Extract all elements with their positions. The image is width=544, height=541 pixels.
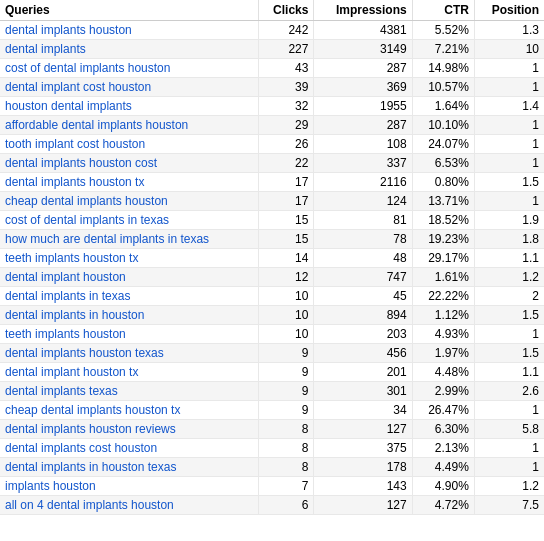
cell-position: 1.2 [474,268,544,287]
cell-ctr: 0.80% [412,173,474,192]
cell-clicks: 17 [258,173,314,192]
cell-clicks: 10 [258,306,314,325]
query-link[interactable]: dental implants cost houston [5,441,157,455]
cell-ctr: 4.72% [412,496,474,515]
cell-impressions: 287 [314,59,412,78]
cell-clicks: 9 [258,382,314,401]
cell-clicks: 9 [258,344,314,363]
query-link[interactable]: dental implant houston [5,270,126,284]
query-link[interactable]: implants houston [5,479,96,493]
cell-impressions: 301 [314,382,412,401]
cell-position: 1 [474,78,544,97]
query-link[interactable]: how much are dental implants in texas [5,232,209,246]
cell-ctr: 1.12% [412,306,474,325]
cell-impressions: 201 [314,363,412,382]
query-link[interactable]: dental implant houston tx [5,365,138,379]
cell-impressions: 369 [314,78,412,97]
query-link[interactable]: dental implants in houston [5,308,144,322]
query-link[interactable]: dental implants houston [5,23,132,37]
col-header-impressions[interactable]: Impressions [314,0,412,21]
cell-position: 1.8 [474,230,544,249]
cell-position: 1.5 [474,306,544,325]
cell-ctr: 22.22% [412,287,474,306]
query-link[interactable]: houston dental implants [5,99,132,113]
table-row: houston dental implants3219551.64%1.4 [0,97,544,116]
cell-ctr: 5.52% [412,21,474,40]
cell-impressions: 127 [314,496,412,515]
col-header-clicks[interactable]: Clicks [258,0,314,21]
query-link[interactable]: dental implants houston cost [5,156,157,170]
query-link[interactable]: dental implants houston texas [5,346,164,360]
cell-impressions: 127 [314,420,412,439]
cell-ctr: 4.48% [412,363,474,382]
cell-impressions: 108 [314,135,412,154]
cell-impressions: 81 [314,211,412,230]
cell-position: 1 [474,458,544,477]
cell-ctr: 29.17% [412,249,474,268]
cell-ctr: 7.21% [412,40,474,59]
cell-position: 1.2 [474,477,544,496]
query-link[interactable]: dental implants [5,42,86,56]
cell-position: 1 [474,439,544,458]
cell-impressions: 4381 [314,21,412,40]
query-link[interactable]: teeth implants houston [5,327,126,341]
cell-position: 1.1 [474,249,544,268]
query-link[interactable]: dental implants texas [5,384,118,398]
cell-clicks: 39 [258,78,314,97]
cell-position: 1.4 [474,97,544,116]
query-link[interactable]: tooth implant cost houston [5,137,145,151]
cell-clicks: 9 [258,401,314,420]
cell-impressions: 287 [314,116,412,135]
cell-clicks: 43 [258,59,314,78]
cell-clicks: 10 [258,287,314,306]
table-row: implants houston71434.90%1.2 [0,477,544,496]
query-link[interactable]: dental implants in texas [5,289,130,303]
col-header-ctr[interactable]: CTR [412,0,474,21]
cell-impressions: 894 [314,306,412,325]
query-link[interactable]: cheap dental implants houston [5,194,168,208]
cell-clicks: 227 [258,40,314,59]
cell-impressions: 337 [314,154,412,173]
query-link[interactable]: all on 4 dental implants houston [5,498,174,512]
cell-impressions: 45 [314,287,412,306]
query-link[interactable]: dental implants houston reviews [5,422,176,436]
cell-clicks: 14 [258,249,314,268]
table-row: cheap dental implants houston1712413.71%… [0,192,544,211]
cell-impressions: 203 [314,325,412,344]
cell-ctr: 6.53% [412,154,474,173]
col-header-queries[interactable]: Queries [0,0,258,21]
query-link[interactable]: dental implants in houston texas [5,460,176,474]
cell-ctr: 13.71% [412,192,474,211]
cell-ctr: 1.97% [412,344,474,363]
cell-ctr: 26.47% [412,401,474,420]
query-link[interactable]: teeth implants houston tx [5,251,138,265]
cell-ctr: 2.99% [412,382,474,401]
cell-clicks: 7 [258,477,314,496]
query-link[interactable]: cost of dental implants houston [5,61,170,75]
query-link[interactable]: affordable dental implants houston [5,118,188,132]
cell-impressions: 747 [314,268,412,287]
table-row: tooth implant cost houston2610824.07%1 [0,135,544,154]
cell-position: 1 [474,325,544,344]
table-row: cost of dental implants houston4328714.9… [0,59,544,78]
cell-clicks: 26 [258,135,314,154]
cell-impressions: 1955 [314,97,412,116]
cell-position: 2 [474,287,544,306]
cell-position: 1.5 [474,173,544,192]
queries-table: QueriesClicksImpressionsCTRPosition dent… [0,0,544,515]
query-link[interactable]: cheap dental implants houston tx [5,403,180,417]
cell-position: 1 [474,192,544,211]
query-link[interactable]: dental implant cost houston [5,80,151,94]
cell-impressions: 143 [314,477,412,496]
cell-clicks: 29 [258,116,314,135]
cell-ctr: 4.93% [412,325,474,344]
cell-impressions: 375 [314,439,412,458]
cell-clicks: 12 [258,268,314,287]
col-header-position[interactable]: Position [474,0,544,21]
cell-clicks: 242 [258,21,314,40]
cell-ctr: 4.49% [412,458,474,477]
cell-position: 1 [474,401,544,420]
query-link[interactable]: dental implants houston tx [5,175,144,189]
cell-impressions: 178 [314,458,412,477]
query-link[interactable]: cost of dental implants in texas [5,213,169,227]
